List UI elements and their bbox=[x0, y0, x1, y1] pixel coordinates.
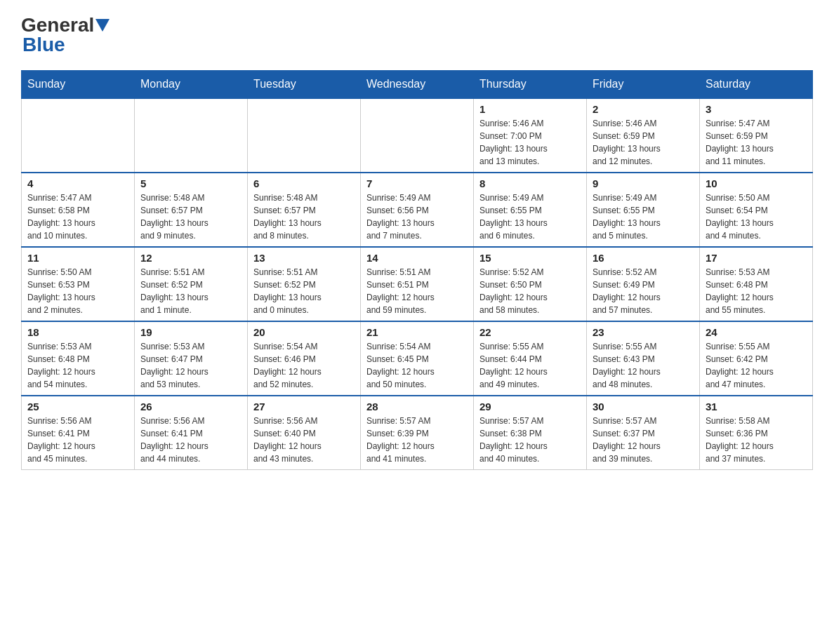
week-row-2: 4Sunrise: 5:47 AM Sunset: 6:58 PM Daylig… bbox=[22, 173, 813, 247]
day-number: 7 bbox=[366, 177, 468, 189]
calendar-cell: 3Sunrise: 5:47 AM Sunset: 6:59 PM Daylig… bbox=[700, 98, 813, 173]
day-info: Sunrise: 5:50 AM Sunset: 6:53 PM Dayligh… bbox=[27, 266, 128, 316]
week-row-5: 25Sunrise: 5:56 AM Sunset: 6:41 PM Dayli… bbox=[22, 396, 813, 470]
day-info: Sunrise: 5:58 AM Sunset: 6:36 PM Dayligh… bbox=[706, 415, 807, 465]
day-info: Sunrise: 5:53 AM Sunset: 6:48 PM Dayligh… bbox=[706, 266, 807, 316]
day-info: Sunrise: 5:51 AM Sunset: 6:52 PM Dayligh… bbox=[253, 266, 355, 316]
day-info: Sunrise: 5:47 AM Sunset: 6:59 PM Dayligh… bbox=[706, 117, 807, 168]
calendar-cell: 21Sunrise: 5:54 AM Sunset: 6:45 PM Dayli… bbox=[361, 321, 474, 396]
day-number: 26 bbox=[140, 401, 241, 412]
day-info: Sunrise: 5:52 AM Sunset: 6:49 PM Dayligh… bbox=[593, 266, 694, 316]
day-info: Sunrise: 5:49 AM Sunset: 6:56 PM Dayligh… bbox=[366, 192, 468, 242]
weekday-header-row: SundayMondayTuesdayWednesdayThursdayFrid… bbox=[22, 71, 813, 99]
calendar-cell: 13Sunrise: 5:51 AM Sunset: 6:52 PM Dayli… bbox=[248, 247, 361, 321]
day-info: Sunrise: 5:57 AM Sunset: 6:39 PM Dayligh… bbox=[366, 415, 468, 465]
day-number: 5 bbox=[140, 177, 241, 189]
calendar-cell: 28Sunrise: 5:57 AM Sunset: 6:39 PM Dayli… bbox=[361, 396, 474, 470]
day-number: 1 bbox=[479, 103, 581, 115]
day-info: Sunrise: 5:49 AM Sunset: 6:55 PM Dayligh… bbox=[479, 192, 581, 242]
calendar-cell: 5Sunrise: 5:48 AM Sunset: 6:57 PM Daylig… bbox=[135, 173, 248, 247]
day-number: 11 bbox=[27, 252, 128, 264]
day-info: Sunrise: 5:52 AM Sunset: 6:50 PM Dayligh… bbox=[479, 266, 581, 316]
calendar-cell bbox=[361, 98, 474, 173]
calendar-cell: 29Sunrise: 5:57 AM Sunset: 6:38 PM Dayli… bbox=[474, 396, 587, 470]
calendar-cell: 4Sunrise: 5:47 AM Sunset: 6:58 PM Daylig… bbox=[22, 173, 135, 247]
week-row-3: 11Sunrise: 5:50 AM Sunset: 6:53 PM Dayli… bbox=[22, 247, 813, 321]
calendar-table: SundayMondayTuesdayWednesdayThursdayFrid… bbox=[21, 70, 813, 470]
weekday-header-sunday: Sunday bbox=[22, 71, 135, 99]
calendar-cell: 2Sunrise: 5:46 AM Sunset: 6:59 PM Daylig… bbox=[587, 98, 700, 173]
day-number: 24 bbox=[706, 326, 807, 338]
logo-triangle-icon bbox=[95, 19, 110, 32]
calendar-cell: 8Sunrise: 5:49 AM Sunset: 6:55 PM Daylig… bbox=[474, 173, 587, 247]
calendar-cell: 26Sunrise: 5:56 AM Sunset: 6:41 PM Dayli… bbox=[135, 396, 248, 470]
day-info: Sunrise: 5:53 AM Sunset: 6:48 PM Dayligh… bbox=[27, 340, 128, 391]
day-info: Sunrise: 5:54 AM Sunset: 6:45 PM Dayligh… bbox=[366, 340, 468, 391]
day-number: 29 bbox=[479, 401, 581, 412]
day-info: Sunrise: 5:55 AM Sunset: 6:42 PM Dayligh… bbox=[706, 340, 807, 391]
day-number: 18 bbox=[27, 326, 128, 338]
calendar-cell: 20Sunrise: 5:54 AM Sunset: 6:46 PM Dayli… bbox=[248, 321, 361, 396]
calendar-cell: 11Sunrise: 5:50 AM Sunset: 6:53 PM Dayli… bbox=[22, 247, 135, 321]
calendar-cell: 19Sunrise: 5:53 AM Sunset: 6:47 PM Dayli… bbox=[135, 321, 248, 396]
day-number: 31 bbox=[706, 401, 807, 412]
weekday-header-tuesday: Tuesday bbox=[248, 71, 361, 99]
calendar-cell: 18Sunrise: 5:53 AM Sunset: 6:48 PM Dayli… bbox=[22, 321, 135, 396]
day-number: 6 bbox=[253, 177, 355, 189]
calendar-cell: 14Sunrise: 5:51 AM Sunset: 6:51 PM Dayli… bbox=[361, 247, 474, 321]
calendar-cell: 30Sunrise: 5:57 AM Sunset: 6:37 PM Dayli… bbox=[587, 396, 700, 470]
day-info: Sunrise: 5:56 AM Sunset: 6:41 PM Dayligh… bbox=[27, 415, 128, 465]
day-number: 19 bbox=[140, 326, 241, 338]
day-number: 21 bbox=[366, 326, 468, 338]
day-info: Sunrise: 5:49 AM Sunset: 6:55 PM Dayligh… bbox=[593, 192, 694, 242]
calendar-cell: 22Sunrise: 5:55 AM Sunset: 6:44 PM Dayli… bbox=[474, 321, 587, 396]
day-number: 12 bbox=[140, 252, 241, 264]
day-number: 13 bbox=[253, 252, 355, 264]
day-number: 3 bbox=[706, 103, 807, 115]
calendar-cell: 27Sunrise: 5:56 AM Sunset: 6:40 PM Dayli… bbox=[248, 396, 361, 470]
day-info: Sunrise: 5:50 AM Sunset: 6:54 PM Dayligh… bbox=[706, 192, 807, 242]
weekday-header-monday: Monday bbox=[135, 71, 248, 99]
day-info: Sunrise: 5:46 AM Sunset: 7:00 PM Dayligh… bbox=[479, 117, 581, 168]
calendar-cell: 17Sunrise: 5:53 AM Sunset: 6:48 PM Dayli… bbox=[700, 247, 813, 321]
day-number: 30 bbox=[593, 401, 694, 412]
day-number: 8 bbox=[479, 177, 581, 189]
day-number: 22 bbox=[479, 326, 581, 338]
calendar-cell: 12Sunrise: 5:51 AM Sunset: 6:52 PM Dayli… bbox=[135, 247, 248, 321]
calendar-cell: 10Sunrise: 5:50 AM Sunset: 6:54 PM Dayli… bbox=[700, 173, 813, 247]
day-number: 15 bbox=[479, 252, 581, 264]
day-number: 14 bbox=[366, 252, 468, 264]
page-header: General Blue bbox=[21, 14, 813, 56]
day-info: Sunrise: 5:51 AM Sunset: 6:52 PM Dayligh… bbox=[140, 266, 241, 316]
day-number: 28 bbox=[366, 401, 468, 412]
week-row-1: 1Sunrise: 5:46 AM Sunset: 7:00 PM Daylig… bbox=[22, 98, 813, 173]
day-number: 17 bbox=[706, 252, 807, 264]
weekday-header-thursday: Thursday bbox=[474, 71, 587, 99]
calendar-cell: 7Sunrise: 5:49 AM Sunset: 6:56 PM Daylig… bbox=[361, 173, 474, 247]
day-number: 2 bbox=[593, 103, 694, 115]
weekday-header-saturday: Saturday bbox=[700, 71, 813, 99]
calendar-cell: 23Sunrise: 5:55 AM Sunset: 6:43 PM Dayli… bbox=[587, 321, 700, 396]
calendar-cell bbox=[135, 98, 248, 173]
day-info: Sunrise: 5:53 AM Sunset: 6:47 PM Dayligh… bbox=[140, 340, 241, 391]
day-info: Sunrise: 5:47 AM Sunset: 6:58 PM Dayligh… bbox=[27, 192, 128, 242]
day-info: Sunrise: 5:56 AM Sunset: 6:40 PM Dayligh… bbox=[253, 415, 355, 465]
day-info: Sunrise: 5:57 AM Sunset: 6:37 PM Dayligh… bbox=[593, 415, 694, 465]
day-info: Sunrise: 5:48 AM Sunset: 6:57 PM Dayligh… bbox=[140, 192, 241, 242]
calendar-cell: 1Sunrise: 5:46 AM Sunset: 7:00 PM Daylig… bbox=[474, 98, 587, 173]
calendar-cell: 6Sunrise: 5:48 AM Sunset: 6:57 PM Daylig… bbox=[248, 173, 361, 247]
day-info: Sunrise: 5:55 AM Sunset: 6:43 PM Dayligh… bbox=[593, 340, 694, 391]
weekday-header-wednesday: Wednesday bbox=[361, 71, 474, 99]
calendar-cell: 16Sunrise: 5:52 AM Sunset: 6:49 PM Dayli… bbox=[587, 247, 700, 321]
week-row-4: 18Sunrise: 5:53 AM Sunset: 6:48 PM Dayli… bbox=[22, 321, 813, 396]
day-info: Sunrise: 5:54 AM Sunset: 6:46 PM Dayligh… bbox=[253, 340, 355, 391]
calendar-cell: 9Sunrise: 5:49 AM Sunset: 6:55 PM Daylig… bbox=[587, 173, 700, 247]
day-info: Sunrise: 5:56 AM Sunset: 6:41 PM Dayligh… bbox=[140, 415, 241, 465]
day-number: 27 bbox=[253, 401, 355, 412]
day-number: 4 bbox=[27, 177, 128, 189]
day-number: 20 bbox=[253, 326, 355, 338]
day-number: 25 bbox=[27, 401, 128, 412]
day-number: 10 bbox=[706, 177, 807, 189]
logo: General Blue bbox=[21, 14, 111, 56]
day-info: Sunrise: 5:55 AM Sunset: 6:44 PM Dayligh… bbox=[479, 340, 581, 391]
